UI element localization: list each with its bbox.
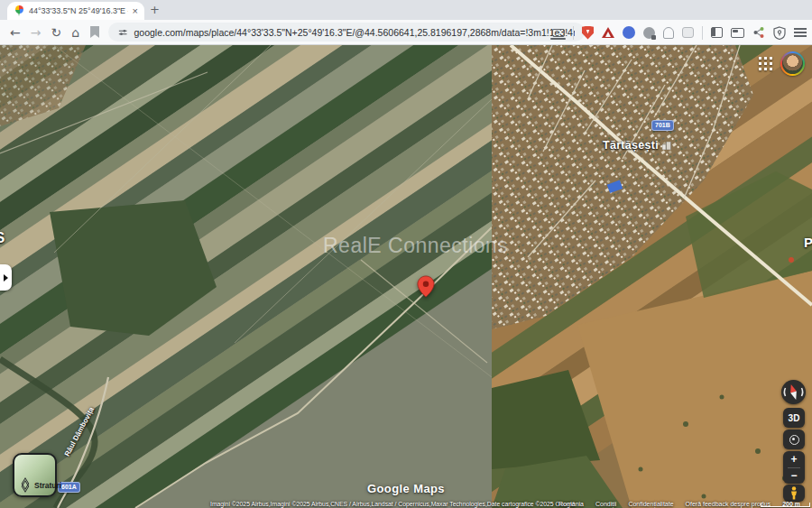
share-hub-icon[interactable] (752, 26, 765, 39)
chevron-right-icon (4, 274, 8, 282)
footer-country: România (558, 501, 584, 507)
avatar-photo (782, 53, 803, 74)
layers-straturi-button[interactable]: Straturi (13, 453, 57, 497)
tab-strip: 44°33'33.5"N 25°49'16.3"E - × + (0, 0, 812, 20)
layers-label: Straturi (34, 481, 61, 490)
warning-triangle-extension-icon[interactable] (602, 27, 614, 38)
reload-icon[interactable]: ↻ (51, 26, 61, 39)
my-location-button[interactable] (783, 429, 805, 449)
tab-close-icon[interactable]: × (133, 6, 138, 16)
back-icon[interactable]: ← (10, 26, 21, 39)
satellite-terrain (0, 45, 812, 508)
footer-feedback-link[interactable]: Oferă feedback despre produs (686, 501, 771, 507)
layers-icon (20, 480, 31, 491)
compass-needle-icon (781, 380, 806, 404)
extension-box-icon[interactable] (682, 27, 694, 38)
realE-connections-watermark: RealE Connections (323, 234, 508, 258)
url-bar[interactable]: google.com/maps/place/44°33'33.5"N+25°49… (108, 23, 585, 42)
clipped-label-right: P (804, 235, 812, 250)
footer-privacy-link[interactable]: Confidențialitate (628, 501, 673, 507)
adblock-shield-icon[interactable] (582, 26, 594, 40)
map-attribution: Imagini ©2025 Airbus,Imagini ©2025 Airbu… (210, 501, 575, 507)
pegman-streetview-button[interactable] (783, 485, 805, 502)
tab-title: 44°33'33.5"N 25°49'16.3"E - (29, 6, 128, 15)
zoom-in-button[interactable]: + (790, 452, 797, 467)
zoom-control[interactable]: + − (783, 451, 805, 484)
google-maps-favicon-icon (14, 5, 24, 16)
new-tab-button[interactable]: + (150, 3, 160, 16)
scale-bar (761, 503, 810, 507)
pegman-icon (789, 486, 798, 500)
my-location-icon (789, 435, 799, 445)
wallet-icon[interactable] (731, 28, 744, 38)
google-apps-grid-icon[interactable] (759, 57, 772, 70)
extension-lock-icon[interactable] (643, 27, 655, 39)
3d-view-button[interactable]: 3D (783, 408, 805, 428)
site-settings-icon[interactable] (118, 27, 127, 38)
divider (702, 26, 703, 40)
side-panel-icon[interactable] (711, 27, 723, 38)
privacy-shield-icon[interactable] (773, 26, 786, 40)
map-canvas[interactable]: RealE Connections Tărtășești 701B 601A R… (0, 45, 812, 508)
location-pin-icon[interactable] (417, 273, 435, 303)
home-icon[interactable]: ⌂ (71, 26, 79, 39)
bookmark-icon[interactable] (90, 26, 99, 38)
extension-ghost-icon[interactable] (663, 27, 674, 39)
browser-tab[interactable]: 44°33'33.5"N 25°49'16.3"E - × (7, 2, 144, 20)
google-maps-logo[interactable]: Google Maps (364, 482, 448, 495)
extension-blue-icon[interactable] (623, 26, 635, 39)
divider (573, 26, 574, 40)
forward-icon[interactable]: → (31, 26, 42, 39)
footer-terms-link[interactable]: Condiții (595, 501, 616, 507)
side-panel-expand-button[interactable] (0, 264, 12, 291)
account-avatar[interactable] (780, 51, 805, 76)
browser-menu-icon[interactable] (794, 28, 807, 37)
town-building-icon (662, 142, 671, 150)
compass-control[interactable] (781, 380, 806, 404)
clipped-label-left: S (0, 229, 5, 247)
device-share-icon[interactable] (552, 29, 565, 37)
toolbar-right-icons (552, 20, 807, 45)
town-label-tartasesti[interactable]: Tărtășești (603, 139, 671, 152)
url-text[interactable]: google.com/maps/place/44°33'33.5"N+25°49… (134, 27, 575, 38)
road-badge-701b: 701B (651, 120, 674, 131)
zoom-out-button[interactable]: − (790, 468, 797, 484)
